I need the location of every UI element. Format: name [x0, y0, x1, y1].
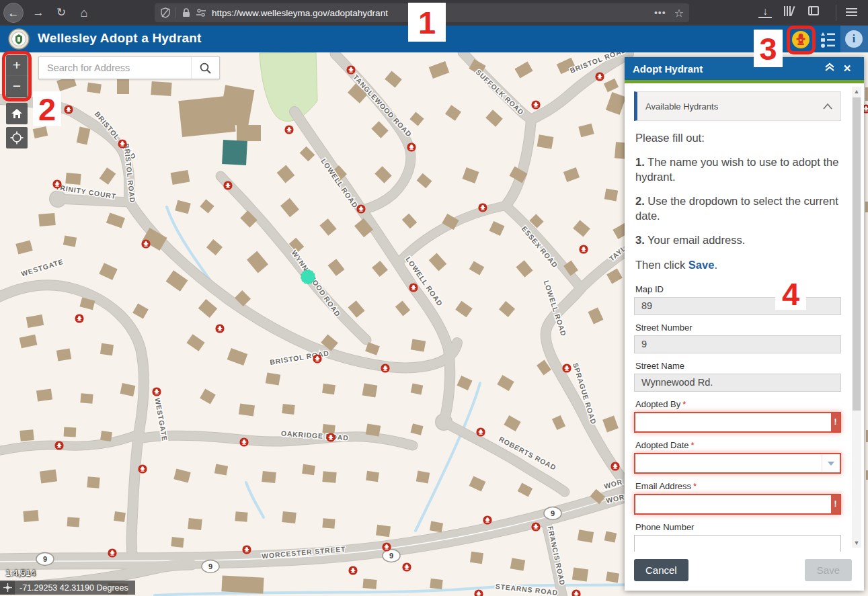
zoom-out-button[interactable]: −: [6, 76, 28, 97]
annotation-3: 3: [754, 30, 783, 67]
library-icon[interactable]: [784, 6, 795, 19]
adopted-by-field[interactable]: !: [634, 412, 841, 433]
hydrant-marker-glyph: [383, 368, 388, 369]
building: [67, 517, 80, 527]
building: [114, 511, 126, 522]
bookmark-star-icon[interactable]: ☆: [674, 7, 684, 19]
annotation-2: 2: [33, 91, 61, 126]
info-icon[interactable]: i: [845, 30, 863, 48]
building: [366, 471, 379, 482]
scroll-up-icon[interactable]: ▲: [852, 87, 861, 96]
phone-field[interactable]: [634, 535, 841, 552]
building: [322, 518, 335, 529]
email-field[interactable]: !: [634, 494, 841, 515]
collapse-panel-icon[interactable]: [821, 62, 838, 75]
route-shield-number: 9: [43, 555, 47, 563]
save-button[interactable]: Save: [805, 559, 852, 581]
teal-building: [222, 140, 247, 165]
crosshair-icon[interactable]: [0, 581, 15, 595]
tracking-protection-shield-icon[interactable]: [160, 7, 171, 18]
hydrant-marker-glyph: [329, 437, 333, 438]
home-button[interactable]: ⌂: [74, 3, 94, 23]
scrollbar-thumb[interactable]: [853, 97, 861, 411]
chevron-down-icon: [828, 462, 834, 466]
close-panel-icon[interactable]: ✕: [838, 62, 856, 75]
hydrant-marker-glyph: [144, 246, 147, 247]
page-actions-icon[interactable]: •••: [654, 7, 666, 18]
street-number-label: Street Number: [635, 323, 841, 333]
building: [64, 427, 77, 437]
back-button[interactable]: ←: [3, 3, 24, 23]
hydrant-marker-glyph: [218, 331, 221, 331]
menu-icon[interactable]: [846, 8, 857, 18]
adopted-date-field[interactable]: [634, 453, 841, 474]
instructions-intro: Please fill out:: [635, 131, 840, 145]
legend-icon[interactable]: [819, 31, 836, 48]
route-shield-number: 9: [208, 562, 212, 570]
sidebar-icon[interactable]: [808, 6, 819, 15]
search-button[interactable]: [191, 57, 219, 79]
building: [100, 431, 112, 441]
panel-body: Available Hydrants Please fill out: 1. T…: [625, 83, 864, 552]
building: [40, 469, 57, 483]
search-input[interactable]: [39, 57, 191, 79]
adopt-hydrant-tool-icon[interactable]: [791, 30, 810, 49]
save-word: Save: [688, 259, 715, 271]
hydrant-marker-glyph: [226, 185, 231, 186]
page-title: Wellesley Adopt a Hydrant: [38, 31, 202, 46]
locate-me-button[interactable]: [6, 127, 28, 148]
forward-button[interactable]: →: [28, 3, 48, 23]
lock-icon[interactable]: [181, 7, 192, 18]
building: [604, 189, 619, 202]
coordinate-bar: -71.29253 42.31190 Degrees: [0, 581, 135, 595]
scroll-down-icon[interactable]: ▼: [852, 538, 861, 548]
hydrant-marker-glyph: [351, 570, 356, 571]
hydrant-marker-glyph: [405, 566, 409, 568]
address-search: [38, 56, 220, 79]
coordinates-readout: -71.29253 42.31190 Degrees: [19, 583, 128, 593]
building: [362, 383, 378, 397]
hydrant-marker-glyph: [479, 431, 483, 433]
hydrant-marker-glyph: [359, 208, 364, 210]
panel-footer: Cancel Save: [625, 552, 864, 591]
downloads-icon[interactable]: ↓: [758, 6, 772, 18]
hydrant-marker-glyph: [485, 519, 490, 521]
hydrant-marker-glyph: [351, 572, 354, 573]
building: [56, 348, 71, 361]
date-dropdown-button[interactable]: [822, 454, 840, 472]
building: [266, 372, 280, 385]
available-hydrants-accordion[interactable]: Available Hydrants: [634, 91, 841, 121]
home-extent-button[interactable]: [6, 103, 28, 124]
building: [100, 343, 114, 355]
required-asterisk: *: [682, 399, 686, 409]
hydrant-marker-glyph: [534, 107, 537, 108]
zoom-in-button[interactable]: +: [6, 55, 28, 76]
building: [239, 404, 255, 417]
building: [19, 429, 34, 441]
hydrant-marker-glyph: [534, 526, 539, 527]
hydrant-marker-glyph: [67, 112, 70, 112]
permissions-icon[interactable]: [196, 7, 206, 18]
building: [171, 537, 184, 548]
building: [362, 579, 377, 589]
building: [865, 87, 868, 101]
adopt-hydrant-panel: Adopt Hydrant ✕ Available Hydrants Pleas…: [625, 57, 864, 591]
hydrant-marker-glyph: [864, 111, 867, 112]
building: [87, 476, 100, 488]
panel-scrollbar[interactable]: ▲ ▼: [852, 87, 861, 548]
hydrant-marker-glyph: [359, 211, 362, 212]
phone-label: Phone Number: [635, 522, 841, 532]
divider: [175, 7, 176, 18]
annotation-4: 4: [775, 278, 806, 310]
hydrant-marker-glyph: [57, 445, 62, 446]
hydrant-marker-glyph: [385, 546, 389, 548]
building: [262, 471, 276, 483]
cancel-button[interactable]: Cancel: [634, 559, 688, 581]
map-scale: 1:4,514: [5, 568, 36, 578]
chevron-up-icon[interactable]: [823, 101, 832, 112]
hydrant-marker-glyph: [155, 391, 159, 392]
hydrant-marker-glyph: [155, 394, 158, 394]
reload-button[interactable]: ↻: [51, 3, 71, 23]
panel-title: Adopt Hydrant: [633, 63, 821, 75]
accordion-label: Available Hydrants: [645, 101, 823, 112]
